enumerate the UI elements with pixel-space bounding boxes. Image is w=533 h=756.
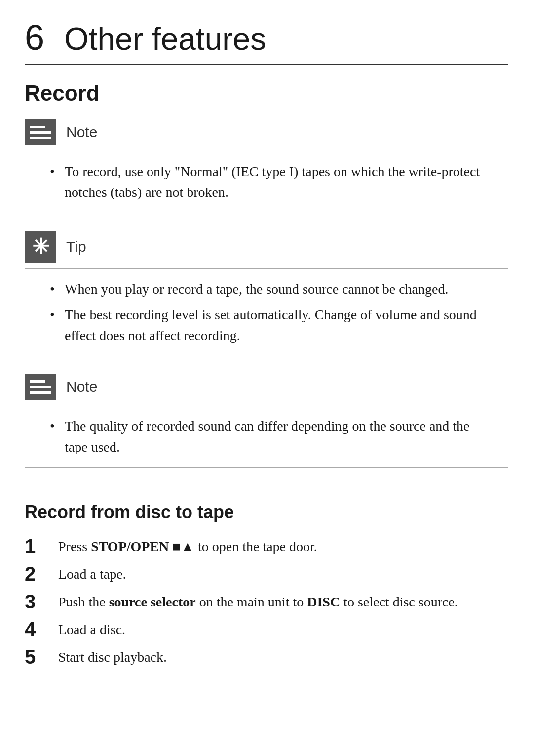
- note2-callout-header: Note: [25, 374, 508, 400]
- step-3-bold1: source selector: [109, 594, 196, 609]
- record-disc-title: Record from disc to tape: [25, 502, 508, 523]
- step-4-text: Load a disc.: [58, 617, 508, 640]
- tip-asterisk-icon: ✳: [32, 236, 49, 257]
- step-3-bold2: DISC: [307, 594, 340, 609]
- note1-callout-header: Note: [25, 119, 508, 145]
- step-5-number: 5: [25, 645, 42, 669]
- note1-callout-group: Note To record, use only "Normal" (IEC t…: [25, 119, 508, 213]
- note2-icon-line3: [30, 391, 51, 394]
- step-2-number: 2: [25, 562, 42, 586]
- tip-item-2: The best recording level is set automati…: [50, 304, 493, 346]
- step-3: 3 Push the source selector on the main u…: [25, 590, 508, 613]
- step-3-text: Push the source selector on the main uni…: [58, 590, 508, 612]
- step-5-text: Start disc playback.: [58, 645, 508, 668]
- note1-list: To record, use only "Normal" (IEC type I…: [50, 161, 493, 203]
- note1-box: To record, use only "Normal" (IEC type I…: [25, 151, 508, 213]
- note-icon-line3: [30, 137, 51, 139]
- tip-callout-group: ✳ Tip When you play or record a tape, th…: [25, 231, 508, 356]
- record-section-title: Record: [25, 81, 508, 106]
- step-1-number: 1: [25, 534, 42, 558]
- page-header: 6 Other features: [25, 20, 508, 65]
- note1-icon: [25, 119, 56, 145]
- tip-item-1: When you play or record a tape, the soun…: [50, 279, 493, 300]
- step-2-text: Load a tape.: [58, 562, 508, 585]
- tip-label: Tip: [66, 238, 86, 255]
- note-icon-line2: [30, 131, 51, 134]
- note-icon-line1: [30, 126, 45, 128]
- note2-box: The quality of recorded sound can differ…: [25, 406, 508, 468]
- step-4: 4 Load a disc.: [25, 617, 508, 641]
- step-1-text: Press STOP/OPEN ■▲ to open the tape door…: [58, 534, 508, 557]
- step-1-bold: STOP/OPEN ■▲: [91, 539, 194, 554]
- step-3-number: 3: [25, 590, 42, 613]
- tip-box: When you play or record a tape, the soun…: [25, 268, 508, 356]
- chapter-number: 6: [25, 20, 44, 55]
- record-disc-section: Record from disc to tape 1 Press STOP/OP…: [25, 502, 508, 669]
- step-2: 2 Load a tape.: [25, 562, 508, 586]
- steps-list: 1 Press STOP/OPEN ■▲ to open the tape do…: [25, 534, 508, 669]
- step-5: 5 Start disc playback.: [25, 645, 508, 669]
- step-1: 1 Press STOP/OPEN ■▲ to open the tape do…: [25, 534, 508, 558]
- note2-label: Note: [66, 378, 97, 395]
- step-4-number: 4: [25, 617, 42, 641]
- note2-icon-line1: [30, 380, 45, 383]
- chapter-title: Other features: [64, 23, 266, 55]
- note2-icon-line2: [30, 386, 51, 388]
- note1-label: Note: [66, 124, 97, 141]
- tip-list: When you play or record a tape, the soun…: [50, 279, 493, 346]
- note1-item-1: To record, use only "Normal" (IEC type I…: [50, 161, 493, 203]
- note2-list: The quality of recorded sound can differ…: [50, 416, 493, 457]
- note2-icon: [25, 374, 56, 400]
- tip-callout-header: ✳ Tip: [25, 231, 508, 263]
- note2-item-1: The quality of recorded sound can differ…: [50, 416, 493, 457]
- record-section: Record Note To record, use only "Normal"…: [25, 81, 508, 468]
- tip-icon: ✳: [25, 231, 56, 263]
- note2-callout-group: Note The quality of recorded sound can d…: [25, 374, 508, 468]
- section-divider: [25, 488, 508, 488]
